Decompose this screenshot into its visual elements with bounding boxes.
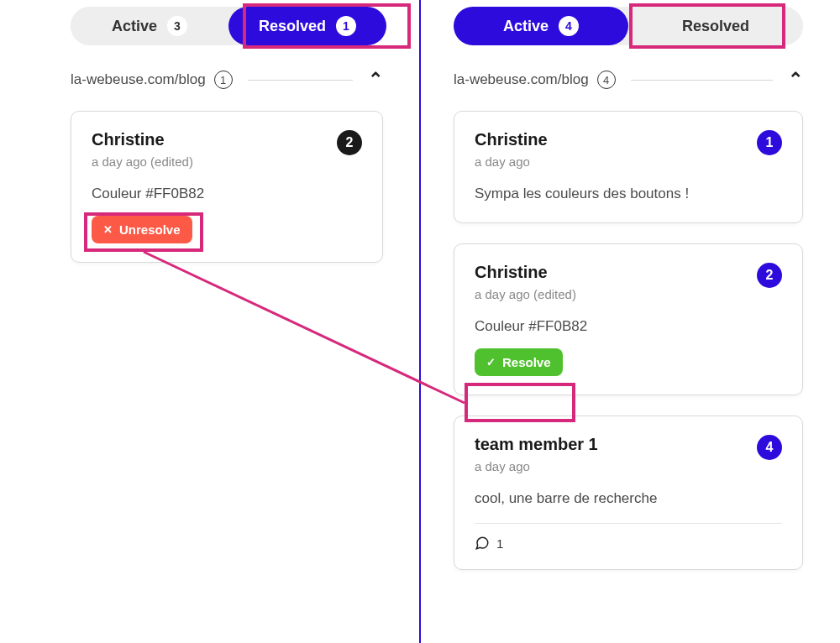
comment-meta: a day ago <box>475 459 598 473</box>
tab-active-count: 4 <box>559 16 579 36</box>
breadcrumb-count: 4 <box>597 71 616 89</box>
chevron-up-icon[interactable]: ⌃ <box>368 69 383 91</box>
tabs-right: Active 4 Resolved <box>454 7 803 45</box>
divider-line <box>248 80 353 81</box>
tab-resolved[interactable]: Resolved 1 <box>228 7 386 45</box>
tab-resolved[interactable]: Resolved <box>628 7 803 45</box>
reply-count: 1 <box>496 536 503 551</box>
comment-body: Couleur #FF0B82 <box>475 316 782 337</box>
unresolve-button[interactable]: ✕ Unresolve <box>92 216 192 243</box>
comment-body: cool, une barre de recherche <box>475 489 782 509</box>
resolve-button-label: Resolve <box>502 355 551 369</box>
tabs-left: Active 3 Resolved 1 <box>71 7 386 45</box>
breadcrumb-count: 1 <box>214 71 233 89</box>
comment-number-badge: 4 <box>757 435 782 460</box>
breadcrumb: la-webeuse.com/blog 1 ⌃ <box>71 69 383 91</box>
chevron-up-icon[interactable]: ⌃ <box>788 69 803 91</box>
comment-number-badge: 2 <box>757 263 782 288</box>
tab-resolved-count: 1 <box>336 16 356 36</box>
comment-meta: a day ago (edited) <box>475 287 576 301</box>
tab-active-label: Active <box>503 18 549 35</box>
comment-number-badge: 1 <box>757 130 782 155</box>
breadcrumb-path: la-webeuse.com/blog <box>71 71 206 88</box>
comment-body: Sympa les couleurs des boutons ! <box>475 184 782 204</box>
resolve-button[interactable]: ✓ Resolve <box>475 348 563 376</box>
unresolve-button-label: Unresolve <box>119 222 181 237</box>
comment-meta: a day ago (edited) <box>92 154 193 169</box>
comment-icon <box>475 536 490 551</box>
comment-card[interactable]: Christine a day ago 1 Sympa les couleurs… <box>454 111 803 223</box>
comment-card[interactable]: Christine a day ago (edited) 2 Couleur #… <box>71 111 383 263</box>
reply-row[interactable]: 1 <box>475 523 782 551</box>
check-icon: ✓ <box>486 357 496 368</box>
tab-active-count: 3 <box>167 16 187 36</box>
comment-body: Couleur #FF0B82 <box>92 184 362 204</box>
comment-author: Christine <box>475 263 576 282</box>
tab-resolved-label: Resolved <box>259 18 326 35</box>
breadcrumb-path: la-webeuse.com/blog <box>454 71 589 88</box>
divider-line <box>631 80 773 81</box>
comment-card[interactable]: Christine a day ago (edited) 2 Couleur #… <box>454 243 803 395</box>
comment-author: team member 1 <box>475 435 598 454</box>
tab-active-label: Active <box>112 18 157 35</box>
comment-meta: a day ago <box>475 154 548 169</box>
tab-active[interactable]: Active 3 <box>71 7 228 45</box>
comment-author: Christine <box>475 130 548 149</box>
breadcrumb: la-webeuse.com/blog 4 ⌃ <box>454 69 803 91</box>
tab-active[interactable]: Active 4 <box>454 7 628 45</box>
panel-divider <box>419 0 421 643</box>
tab-resolved-label: Resolved <box>682 18 749 35</box>
comment-number-badge: 2 <box>337 130 362 155</box>
comment-author: Christine <box>92 130 193 149</box>
close-icon: ✕ <box>103 224 113 235</box>
comment-card[interactable]: team member 1 a day ago 4 cool, une barr… <box>454 416 803 571</box>
